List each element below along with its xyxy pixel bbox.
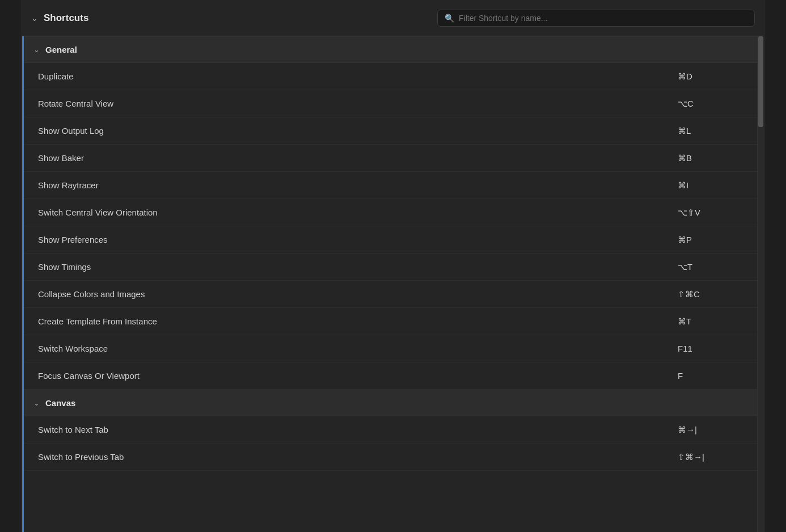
search-input[interactable] (459, 14, 747, 23)
shortcut-row[interactable]: Rotate Central View ⌥C (22, 90, 757, 117)
shortcut-row[interactable]: Create Template From Instance ⌘T (22, 308, 757, 335)
shortcut-key: ⌥C (678, 99, 746, 109)
header-left: ⌄ Shortcuts (31, 12, 88, 24)
shortcut-row[interactable]: Show Output Log ⌘L (22, 117, 757, 145)
shortcut-name: Show Raytracer (38, 180, 678, 190)
shortcut-name: Rotate Central View (38, 99, 678, 108)
shortcut-key: F (678, 371, 746, 381)
section-title: General (45, 45, 77, 54)
content-area: ⌄ General Duplicate ⌘D Rotate Central Vi… (22, 36, 764, 532)
shortcut-key: ⌘D (678, 71, 746, 82)
shortcut-name: Show Preferences (38, 235, 678, 244)
section-chevron-icon: ⌄ (33, 399, 40, 407)
shortcut-row[interactable]: Focus Canvas Or Viewport F (22, 362, 757, 390)
shortcut-name: Create Template From Instance (38, 316, 678, 326)
section-header-general[interactable]: ⌄ General (22, 36, 757, 63)
panel-title: Shortcuts (44, 12, 88, 24)
shortcut-row[interactable]: Switch to Next Tab ⌘→| (22, 416, 757, 444)
shortcut-key: ⌘→| (678, 425, 746, 435)
panel-header: ⌄ Shortcuts 🔍 (22, 0, 764, 36)
shortcut-name: Switch to Next Tab (38, 425, 678, 434)
section-chevron-icon: ⌄ (33, 45, 40, 54)
scrollbar-track[interactable] (757, 36, 764, 532)
shortcut-name: Collapse Colors and Images (38, 289, 678, 299)
shortcut-row[interactable]: Switch Workspace F11 (22, 335, 757, 362)
scrollbar-thumb[interactable] (758, 36, 763, 127)
shortcut-name: Show Baker (38, 153, 678, 163)
shortcut-name: Show Output Log (38, 126, 678, 136)
shortcut-name: Duplicate (38, 71, 678, 81)
section-header-canvas[interactable]: ⌄ Canvas (22, 390, 757, 416)
shortcut-row[interactable]: Show Timings ⌥T (22, 254, 757, 281)
shortcuts-panel: ⌄ Shortcuts 🔍 ⌄ General Duplicate ⌘D Rot… (22, 0, 764, 532)
shortcut-key: ⇧⌘C (678, 289, 746, 299)
shortcut-row[interactable]: Show Preferences ⌘P (22, 226, 757, 254)
shortcut-name: Focus Canvas Or Viewport (38, 371, 678, 381)
shortcut-row[interactable]: Duplicate ⌘D (22, 63, 757, 90)
shortcuts-list: ⌄ General Duplicate ⌘D Rotate Central Vi… (22, 36, 757, 532)
shortcut-key: ⌥T (678, 262, 746, 272)
shortcut-key: ⌘I (678, 180, 746, 191)
shortcut-name: Show Timings (38, 262, 678, 272)
shortcut-name: Switch Workspace (38, 344, 678, 353)
shortcut-key: F11 (678, 344, 746, 353)
shortcut-row[interactable]: Switch Central View Orientation ⌥⇧V (22, 199, 757, 226)
shortcut-key: ⇧⌘→| (678, 452, 746, 462)
shortcut-row[interactable]: Collapse Colors and Images ⇧⌘C (22, 281, 757, 308)
shortcut-key: ⌘P (678, 235, 746, 245)
shortcut-key: ⌘L (678, 126, 746, 136)
search-icon: 🔍 (445, 14, 454, 23)
shortcut-name: Switch Central View Orientation (38, 208, 678, 217)
shortcut-key: ⌥⇧V (678, 208, 746, 218)
shortcut-key: ⌘B (678, 153, 746, 163)
header-chevron-icon[interactable]: ⌄ (31, 14, 38, 23)
shortcut-row[interactable]: Show Raytracer ⌘I (22, 172, 757, 199)
shortcut-name: Switch to Previous Tab (38, 452, 678, 462)
search-container[interactable]: 🔍 (437, 10, 755, 27)
shortcut-row[interactable]: Show Baker ⌘B (22, 145, 757, 172)
shortcut-key: ⌘T (678, 316, 746, 327)
section-title: Canvas (45, 398, 75, 408)
shortcut-row[interactable]: Switch to Previous Tab ⇧⌘→| (22, 444, 757, 471)
